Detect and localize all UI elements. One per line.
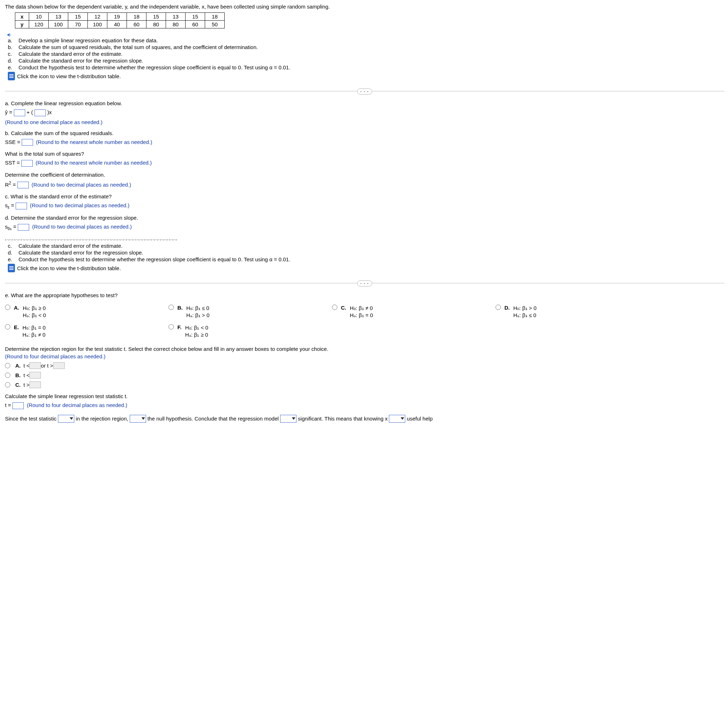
conclusion-sentence: Since the test statistic in the rejectio…: [5, 415, 725, 423]
regression-equation: ŷ = + ( )x: [5, 109, 725, 116]
intercept-input[interactable]: [14, 110, 25, 116]
sst-input[interactable]: [21, 160, 33, 167]
part-d-prompt: d. Determine the standard error for the …: [5, 215, 725, 221]
task-list-repeat: c.Calculate the standard error of the es…: [8, 243, 725, 273]
radio-f[interactable]: [168, 324, 174, 329]
dropdown-useful[interactable]: [389, 415, 405, 423]
dropdown-significant[interactable]: [280, 415, 297, 423]
hypothesis-options: A.H₀: β₁ ≥ 0Hₐ: β₁ < 0 B.H₀: β₁ ≤ 0Hₐ: β…: [5, 302, 725, 341]
radio-b[interactable]: [168, 304, 174, 310]
tstat-prompt: Calculate the simple linear regression t…: [5, 393, 725, 399]
task-list: a.Develop a simple linear regression equ…: [8, 37, 725, 81]
speaker-icon[interactable]: [7, 32, 12, 36]
part-e-prompt: e. What are the appropriate hypotheses t…: [5, 292, 725, 298]
part-c-prompt: c. What is the standard error of the est…: [5, 193, 725, 199]
slope-input[interactable]: [35, 110, 46, 116]
part-b-prompt: b. Calculate the sum of the squared resi…: [5, 130, 725, 136]
dropdown-reject[interactable]: [130, 415, 146, 423]
expand-toggle[interactable]: • • •: [357, 89, 372, 95]
tstat-input[interactable]: [12, 402, 24, 409]
r2-input[interactable]: [17, 182, 29, 188]
rr-hint: (Round to four decimal places as needed.…: [5, 353, 725, 359]
part-a-prompt: a. Complete the linear regression equati…: [5, 100, 725, 106]
radio-c[interactable]: [332, 304, 337, 310]
radio-e[interactable]: [5, 324, 10, 329]
sst-question: What is the total sum of squares?: [5, 151, 725, 157]
row-y-label: y: [15, 21, 29, 28]
rr-a-input-2[interactable]: [54, 362, 65, 369]
se-slope-input[interactable]: [18, 224, 29, 231]
radio-rr-c[interactable]: [5, 382, 10, 387]
row-x-label: x: [15, 13, 29, 21]
expand-toggle-2[interactable]: • • •: [357, 280, 372, 286]
t-table-link-2[interactable]: Click the icon to view the t-distributio…: [8, 264, 121, 272]
rr-c-input[interactable]: [29, 381, 41, 388]
se-estimate-input[interactable]: [16, 203, 27, 210]
sse-input[interactable]: [22, 139, 33, 146]
r2-question: Determine the coefficient of determinati…: [5, 172, 725, 178]
radio-d[interactable]: [496, 304, 501, 310]
rejection-region-prompt: Determine the rejection region for the t…: [5, 346, 725, 352]
document-icon: [8, 72, 15, 80]
document-icon: [8, 264, 15, 272]
radio-a[interactable]: [5, 304, 10, 310]
radio-rr-a[interactable]: [5, 363, 10, 368]
radio-rr-b[interactable]: [5, 373, 10, 378]
truncated-line: - - - - - - - - - - - - - - - - - - - - …: [5, 237, 177, 242]
part-a-hint: (Round to one decimal place as needed.): [5, 119, 725, 125]
data-table: x 10131512191815131518 y 120100701004060…: [15, 12, 225, 28]
t-table-link[interactable]: Click the icon to view the t-distributio…: [8, 72, 121, 80]
rr-b-input[interactable]: [29, 372, 41, 379]
problem-intro: The data shown below for the dependent v…: [5, 3, 725, 9]
dropdown-is-isnot[interactable]: [58, 415, 74, 423]
rr-a-input-1[interactable]: [29, 362, 41, 369]
